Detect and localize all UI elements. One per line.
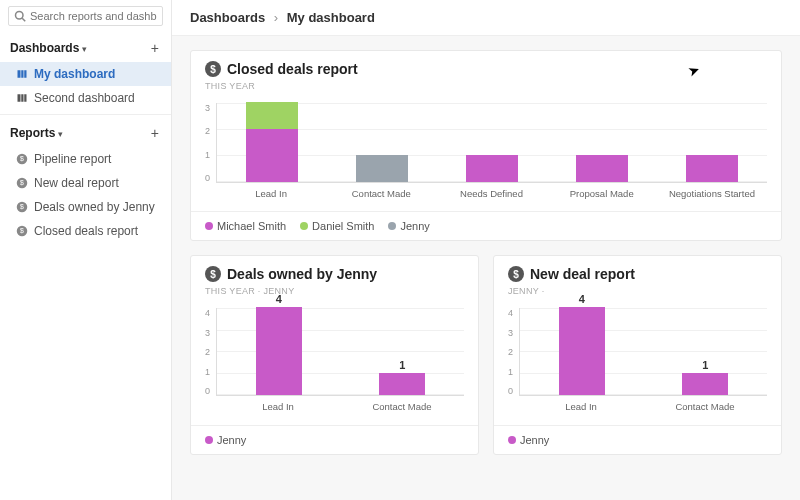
chevron-down-icon: ▾ (82, 44, 87, 54)
y-tick: 3 (508, 328, 513, 338)
card-title-text: New deal report (530, 266, 635, 282)
breadcrumb: Dashboards › My dashboard (172, 0, 800, 36)
svg-text:$: $ (20, 227, 24, 234)
search-icon (14, 10, 26, 22)
dollar-icon: $ (16, 177, 28, 189)
y-tick: 0 (205, 386, 210, 396)
y-tick: 1 (205, 150, 210, 160)
x-tick: Lead In (216, 401, 340, 412)
bar-segment (682, 373, 728, 395)
bar (246, 102, 298, 182)
x-tick: Needs Defined (436, 188, 546, 199)
dollar-icon: $ (16, 201, 28, 213)
y-tick: 2 (205, 126, 210, 136)
y-tick: 4 (508, 308, 513, 318)
bar: 4 (256, 307, 302, 395)
reports-section-header[interactable]: Reports▾ + (0, 119, 171, 147)
bar: 4 (559, 307, 605, 395)
sidebar-item-label: Pipeline report (34, 152, 111, 166)
sidebar-item-report[interactable]: $Closed deals report (0, 219, 171, 243)
divider (0, 114, 171, 115)
search-input[interactable] (30, 10, 157, 22)
breadcrumb-current: My dashboard (287, 10, 375, 25)
x-tick: Contact Made (643, 401, 767, 412)
main: Dashboards › My dashboard $ Closed deals… (172, 0, 800, 500)
bar (686, 155, 738, 182)
legend-label: Daniel Smith (312, 220, 374, 232)
dollar-icon: $ (205, 266, 221, 282)
svg-point-0 (16, 12, 24, 20)
sidebar-item-label: Closed deals report (34, 224, 138, 238)
sidebar-item-label: Deals owned by Jenny (34, 200, 155, 214)
svg-text:$: $ (20, 155, 24, 162)
bar-segment (356, 155, 408, 182)
svg-rect-2 (18, 70, 21, 78)
sidebar-item-dashboard[interactable]: Second dashboard (0, 86, 171, 110)
svg-rect-7 (24, 94, 26, 102)
sidebar-item-dashboard[interactable]: My dashboard (0, 62, 171, 86)
y-tick: 1 (508, 367, 513, 377)
new-deals-chart: 4321041Lead InContact Made (508, 308, 767, 412)
x-tick: Negotiations Started (657, 188, 767, 199)
legend-label: Jenny (400, 220, 429, 232)
svg-rect-6 (21, 94, 23, 102)
sidebar-item-report[interactable]: $Pipeline report (0, 147, 171, 171)
bar-segment (246, 102, 298, 129)
card-title: $ Closed deals report (205, 61, 767, 77)
bar: 1 (682, 373, 728, 395)
y-tick: 3 (205, 328, 210, 338)
svg-rect-3 (21, 70, 23, 78)
legend: Michael SmithDaniel SmithJenny (191, 211, 781, 240)
bar-segment (686, 155, 738, 182)
bar-value-label: 4 (579, 293, 585, 305)
breadcrumb-root[interactable]: Dashboards (190, 10, 265, 25)
legend: Jenny (191, 425, 478, 454)
add-report-button[interactable]: + (149, 125, 161, 141)
x-tick: Proposal Made (547, 188, 657, 199)
bar-segment (246, 129, 298, 182)
closed-deals-chart: 3210Lead InContact MadeNeeds DefinedProp… (205, 103, 767, 199)
card-title-text: Deals owned by Jenny (227, 266, 377, 282)
bar-segment (466, 155, 518, 182)
legend-dot (205, 436, 213, 444)
content: $ Closed deals report THIS YEAR 3210Lead… (172, 36, 800, 500)
sidebar-item-report[interactable]: $Deals owned by Jenny (0, 195, 171, 219)
sidebar-item-report[interactable]: $New deal report (0, 171, 171, 195)
chevron-down-icon: ▾ (58, 129, 63, 139)
bar-segment (256, 307, 302, 395)
legend-item: Michael Smith (205, 220, 286, 232)
dashboards-section-header[interactable]: Dashboards▾ + (0, 34, 171, 62)
legend-label: Jenny (520, 434, 549, 446)
sidebar-item-label: Second dashboard (34, 91, 135, 105)
bar (576, 155, 628, 182)
bar-segment (576, 155, 628, 182)
search-box[interactable] (8, 6, 163, 26)
bar-value-label: 4 (276, 293, 282, 305)
card-subtitle: THIS YEAR (205, 81, 767, 91)
legend-label: Michael Smith (217, 220, 286, 232)
svg-text:$: $ (20, 179, 24, 186)
y-tick: 2 (205, 347, 210, 357)
bar: 1 (379, 373, 425, 395)
legend-dot (205, 222, 213, 230)
x-tick: Contact Made (340, 401, 464, 412)
add-dashboard-button[interactable]: + (149, 40, 161, 56)
bar-segment (379, 373, 425, 395)
dashboards-label: Dashboards (10, 41, 79, 55)
columns-icon (16, 92, 28, 104)
x-tick: Lead In (519, 401, 643, 412)
jenny-deals-card: $ Deals owned by Jenny THIS YEAR · JENNY… (190, 255, 479, 454)
card-title: $ Deals owned by Jenny (205, 266, 464, 282)
svg-rect-5 (18, 94, 21, 102)
columns-icon (16, 68, 28, 80)
svg-text:$: $ (20, 203, 24, 210)
y-tick: 3 (205, 103, 210, 113)
dollar-icon: $ (16, 225, 28, 237)
bar-value-label: 1 (702, 359, 708, 371)
x-tick: Lead In (216, 188, 326, 199)
legend-label: Jenny (217, 434, 246, 446)
card-subtitle: JENNY · (508, 286, 767, 296)
legend-item: Daniel Smith (300, 220, 374, 232)
bar-value-label: 1 (399, 359, 405, 371)
reports-label: Reports (10, 126, 55, 140)
